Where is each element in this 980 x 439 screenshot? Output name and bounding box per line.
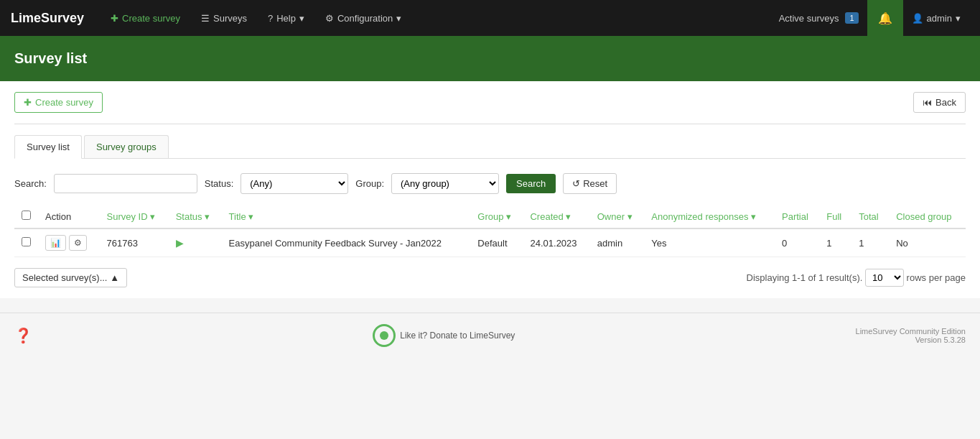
page-header: Survey list <box>0 36 980 81</box>
donate-text: Like it? Donate to LimeSurvey <box>400 331 515 341</box>
group-select[interactable]: (Any group) Default <box>391 173 499 194</box>
cell-total: 1 <box>851 228 889 257</box>
selected-chevron-icon: ▲ <box>110 272 119 283</box>
owner-sort-icon: ▾ <box>627 211 633 222</box>
cell-anonymized: Yes <box>644 228 775 257</box>
col-created[interactable]: Created ▾ <box>523 205 589 228</box>
search-bar: Search: Status: (Any) Active Inactive Ex… <box>14 173 966 194</box>
active-surveys-badge: 1 <box>845 12 858 24</box>
create-plus-icon: ✚ <box>24 97 32 108</box>
cell-group: Default <box>470 228 523 257</box>
select-all-checkbox[interactable] <box>22 211 31 220</box>
search-label: Search: <box>14 178 47 189</box>
col-anonymized[interactable]: Anonymized responses ▾ <box>644 205 775 228</box>
limesurvey-logo: Like it? Donate to LimeSurvey <box>373 324 515 347</box>
group-sort-icon: ▾ <box>506 211 511 222</box>
col-owner[interactable]: Owner ▾ <box>590 205 645 228</box>
survey-id-sort-icon: ▾ <box>150 211 155 222</box>
help-chevron-icon: ▾ <box>299 13 304 24</box>
nav-admin[interactable]: 👤 admin ▾ <box>903 0 969 36</box>
anonymized-sort-icon: ▾ <box>751 211 756 222</box>
cell-title: Easypanel Community Feedback Survey - Ja… <box>222 228 471 257</box>
list-icon: ☰ <box>201 13 210 24</box>
status-label: Status: <box>205 178 233 189</box>
nav-configuration[interactable]: ⚙ Configuration ▾ <box>317 0 410 36</box>
footer: ❓ Like it? Donate to LimeSurvey LimeSurv… <box>0 313 980 358</box>
surveys-table: Action Survey ID ▾ Status ▾ Title ▾ Grou… <box>14 205 966 257</box>
selected-surveys-button[interactable]: Selected survey(s)... ▲ <box>14 268 127 287</box>
reset-button[interactable]: ↺ Reset <box>563 173 617 194</box>
cell-partial: 0 <box>775 228 819 257</box>
cell-owner: admin <box>590 228 645 257</box>
col-total: Total <box>851 205 889 228</box>
help-icon: ? <box>268 13 273 24</box>
bottom-bar: Selected survey(s)... ▲ Displaying 1-1 o… <box>14 268 966 287</box>
pagination-info: Displaying 1-1 of 1 result(s). 10 25 50 … <box>747 269 966 287</box>
col-partial: Partial <box>775 205 819 228</box>
brand-logo[interactable]: LimeSurvey <box>11 11 84 26</box>
search-button[interactable]: Search <box>506 174 556 193</box>
gear-icon: ⚙ <box>325 13 334 24</box>
col-closed-group: Closed group <box>889 205 966 228</box>
tab-survey-list[interactable]: Survey list <box>14 135 82 159</box>
created-sort-icon: ▾ <box>566 211 571 222</box>
col-group[interactable]: Group ▾ <box>470 205 523 228</box>
cell-created: 24.01.2023 <box>523 228 589 257</box>
page-title: Survey list <box>14 50 87 66</box>
footer-version: LimeSurvey Community Edition Version 5.3… <box>856 327 966 344</box>
cell-survey-id: 761763 <box>100 228 169 257</box>
col-status[interactable]: Status ▾ <box>169 205 222 228</box>
bar-chart-icon: 📊 <box>50 238 61 248</box>
status-sort-icon: ▾ <box>205 211 210 222</box>
col-title[interactable]: Title ▾ <box>222 205 471 228</box>
row-checkbox[interactable] <box>22 237 31 246</box>
logo-inner <box>380 331 388 340</box>
config-chevron-icon: ▾ <box>396 13 401 24</box>
col-action: Action <box>38 205 100 228</box>
create-survey-button[interactable]: ✚ Create survey <box>14 92 103 113</box>
action-icons: 📊 ⚙ <box>45 235 93 251</box>
cell-status[interactable]: ▶ <box>169 228 222 257</box>
table-row: 📊 ⚙ 761763 ▶ Easypanel Community Feedbac… <box>14 228 966 257</box>
per-page-select[interactable]: 10 25 50 100 <box>865 269 904 287</box>
back-button[interactable]: ⏮ Back <box>913 92 966 113</box>
footer-logo: Like it? Donate to LimeSurvey <box>373 324 515 347</box>
tabs-container: Survey list Survey groups <box>14 135 966 159</box>
reset-icon: ↺ <box>572 178 580 189</box>
action-bar: ✚ Create survey ⏮ Back <box>14 92 966 124</box>
cell-full: 1 <box>819 228 851 257</box>
user-icon: 👤 <box>912 13 923 24</box>
stats-button[interactable]: 📊 <box>45 235 66 251</box>
tab-survey-groups[interactable]: Survey groups <box>84 135 169 158</box>
col-survey-id[interactable]: Survey ID ▾ <box>100 205 169 228</box>
nav-help[interactable]: ? Help ▾ <box>259 0 313 36</box>
cell-closed-group: No <box>889 228 966 257</box>
plus-icon: ✚ <box>111 13 118 24</box>
content-area: ✚ Create survey ⏮ Back Survey list Surve… <box>0 81 980 298</box>
notifications-bell[interactable]: 🔔 <box>867 0 903 36</box>
admin-chevron-icon: ▾ <box>956 13 961 24</box>
col-full: Full <box>819 205 851 228</box>
nav-active-surveys[interactable]: Active surveys 1 <box>770 0 867 36</box>
group-label: Group: <box>355 178 384 189</box>
logo-circle <box>373 324 396 347</box>
gear-small-icon: ⚙ <box>74 238 82 248</box>
navbar: LimeSurvey ✚ Create survey ☰ Surveys ? H… <box>0 0 980 36</box>
nav-surveys[interactable]: ☰ Surveys <box>192 0 256 36</box>
status-select[interactable]: (Any) Active Inactive Expired <box>241 173 348 194</box>
back-icon: ⏮ <box>923 97 932 108</box>
nav-create-survey[interactable]: ✚ Create survey <box>102 0 189 36</box>
status-play-icon: ▶ <box>176 237 184 249</box>
bell-icon: 🔔 <box>878 11 892 25</box>
title-sort-icon: ▾ <box>248 211 253 222</box>
search-input[interactable] <box>54 174 197 193</box>
settings-button[interactable]: ⚙ <box>69 235 87 251</box>
help-circle-icon[interactable]: ❓ <box>14 327 32 344</box>
